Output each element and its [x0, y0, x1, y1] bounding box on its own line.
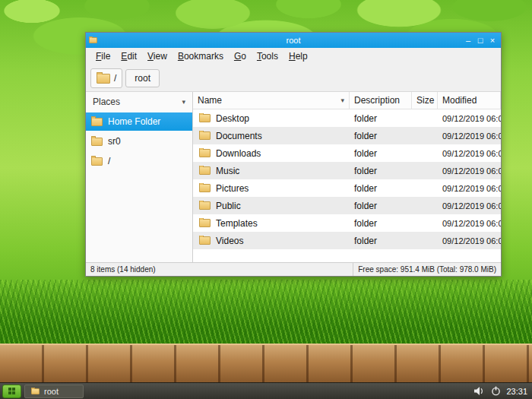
file-name: Desktop: [216, 113, 249, 124]
file-list: Name ▾ Description Size Modified Desktop…: [193, 92, 501, 262]
tab-root[interactable]: root: [125, 69, 160, 87]
file-row-videos[interactable]: Videos folder 09/12/2019 06:01: [193, 232, 501, 249]
folder-icon: [91, 138, 103, 146]
sidebar-item-sr0[interactable]: sr0: [86, 132, 192, 150]
file-description-cell: folder: [350, 218, 412, 229]
path-button[interactable]: /: [90, 68, 122, 88]
file-name: Documents: [216, 131, 262, 141]
folder-icon: [199, 166, 211, 175]
file-name-cell: Documents: [193, 131, 350, 141]
file-row-desktop[interactable]: Desktop folder 09/12/2019 06:01: [193, 109, 501, 127]
titlebar[interactable]: root – □ ×: [86, 33, 501, 48]
file-name-cell: Videos: [193, 236, 350, 246]
taskbar-window-label: root: [44, 387, 59, 396]
sidebar-item-label: /: [108, 156, 110, 166]
statusbar: 8 items (14 hidden) Free space: 951.4 Mi…: [86, 262, 501, 276]
folder-icon: [199, 184, 211, 192]
sidebar-item-home-folder[interactable]: Home Folder: [86, 112, 192, 131]
file-name: Templates: [216, 218, 258, 229]
menu-help[interactable]: Help: [283, 48, 313, 65]
file-modified-cell: 09/12/2019 06:01: [438, 131, 501, 141]
toolbar: / root: [86, 65, 501, 92]
wallpaper-wood-deck: [0, 344, 532, 382]
file-row-pictures[interactable]: Pictures folder 09/12/2019 06:01: [193, 179, 501, 197]
file-modified-cell: 09/12/2019 06:01: [438, 236, 501, 245]
file-rows: Desktop folder 09/12/2019 06:01 Document…: [193, 109, 501, 262]
taskbar-clock[interactable]: 23:31: [506, 387, 527, 396]
volume-icon[interactable]: [474, 386, 486, 396]
file-modified-cell: 09/12/2019 06:01: [438, 149, 501, 158]
file-modified-cell: 09/12/2019 06:01: [438, 166, 501, 176]
file-name-cell: Music: [193, 166, 350, 176]
window-controls: – □ ×: [463, 33, 498, 47]
status-items-count: 8 items (14 hidden): [86, 265, 160, 274]
places-header[interactable]: Places ▾: [86, 92, 192, 111]
wallpaper-grass: [0, 280, 532, 345]
file-name: Downloads: [216, 148, 261, 159]
sort-chevron-down-icon: ▾: [340, 97, 344, 104]
folder-icon: [199, 114, 211, 122]
file-description-cell: folder: [350, 148, 412, 159]
file-name: Pictures: [216, 183, 249, 194]
file-modified-cell: 09/12/2019 06:01: [438, 114, 501, 123]
menu-view[interactable]: View: [142, 48, 173, 65]
path-label: /: [114, 73, 116, 84]
close-button[interactable]: ×: [487, 33, 498, 47]
folder-icon: [199, 236, 211, 245]
chevron-down-icon: ▾: [182, 98, 185, 106]
column-header-size[interactable]: Size: [412, 92, 438, 109]
file-description-cell: folder: [350, 183, 412, 194]
minimize-button[interactable]: –: [463, 33, 473, 47]
places-header-label: Places: [93, 97, 120, 107]
folder-icon: [91, 157, 103, 166]
places-sidebar: Places ▾ Home Folder sr0 /: [86, 92, 193, 262]
window-title: root: [86, 36, 501, 45]
power-icon[interactable]: [491, 386, 501, 396]
sidebar-item-root-fs[interactable]: /: [86, 152, 192, 170]
folder-icon: [91, 118, 103, 126]
desktop: root – □ × File Edit View Bookmarks Go T…: [0, 0, 532, 399]
folder-icon: [199, 219, 211, 227]
menu-bookmarks[interactable]: Bookmarks: [173, 48, 229, 65]
start-menu-button[interactable]: [2, 385, 21, 398]
file-row-documents[interactable]: Documents folder 09/12/2019 06:01: [193, 127, 501, 144]
file-description-cell: folder: [350, 201, 412, 211]
file-name-cell: Public: [193, 201, 350, 211]
folder-icon: [31, 388, 40, 394]
file-description-cell: folder: [350, 113, 412, 124]
column-header-modified[interactable]: Modified: [438, 92, 501, 109]
menu-tools[interactable]: Tools: [252, 48, 283, 65]
window-main: Places ▾ Home Folder sr0 /: [86, 92, 501, 262]
taskbar: root 23:31: [0, 382, 532, 399]
sidebar-item-label: sr0: [108, 136, 121, 147]
file-row-downloads[interactable]: Downloads folder 09/12/2019 06:01: [193, 144, 501, 162]
taskbar-window-root[interactable]: root: [24, 385, 84, 398]
file-row-public[interactable]: Public folder 09/12/2019 06:01: [193, 197, 501, 214]
column-name-label: Name: [198, 95, 222, 106]
file-row-templates[interactable]: Templates folder 09/12/2019 06:01: [193, 214, 501, 232]
sidebar-item-label: Home Folder: [108, 116, 160, 127]
file-description-cell: folder: [350, 131, 412, 141]
list-header: Name ▾ Description Size Modified: [193, 92, 501, 109]
menubar: File Edit View Bookmarks Go Tools Help: [86, 48, 501, 65]
file-modified-cell: 09/12/2019 06:01: [438, 184, 501, 193]
column-header-name[interactable]: Name ▾: [193, 92, 350, 109]
system-tray: 23:31: [474, 386, 530, 396]
status-free-space: Free space: 951.4 MiB (Total: 978.0 MiB): [353, 263, 501, 276]
file-name-cell: Desktop: [193, 113, 350, 124]
file-description-cell: folder: [350, 236, 412, 246]
folder-icon: [97, 74, 110, 84]
maximize-button[interactable]: □: [475, 33, 486, 47]
file-name-cell: Downloads: [193, 148, 350, 159]
column-header-description[interactable]: Description: [350, 92, 412, 109]
folder-icon: [199, 149, 211, 157]
file-name: Public: [216, 201, 241, 211]
file-name: Videos: [216, 236, 243, 246]
file-name-cell: Pictures: [193, 183, 350, 194]
menu-file[interactable]: File: [90, 48, 116, 65]
folder-icon: [199, 201, 211, 210]
menu-go[interactable]: Go: [229, 48, 252, 65]
file-row-music[interactable]: Music folder 09/12/2019 06:01: [193, 162, 501, 179]
start-menu-icon: [8, 388, 15, 394]
menu-edit[interactable]: Edit: [116, 48, 142, 65]
